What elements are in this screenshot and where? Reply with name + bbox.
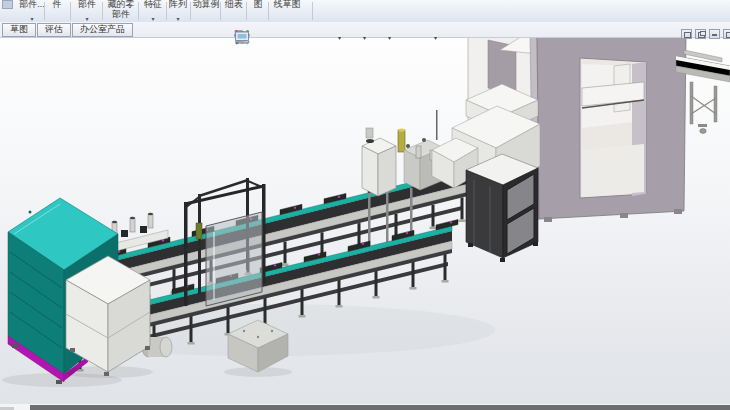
ribbon-separator — [102, 2, 103, 20]
ribbon-button-pattern-components[interactable]: 阵列 ▾ — [168, 0, 188, 22]
ribbon-separator — [312, 2, 313, 20]
view-orientation-icon[interactable] — [318, 29, 336, 47]
ribbon-separator — [166, 2, 167, 20]
display-style-icon[interactable] — [343, 29, 361, 47]
olive-cylinder — [196, 223, 202, 239]
ribbon-button-show-hidden-components[interactable]: 藏的零部件 — [104, 0, 138, 22]
toolbar-overflow-icon[interactable] — [681, 29, 692, 39]
yellow-cylinder — [398, 130, 405, 152]
heads-up-view-toolbar: ▾ ▾ ▾ ▾ — [234, 29, 457, 47]
ribbon-separator — [70, 2, 71, 20]
ribbon-toolbar: 部件... ▾ 件 部件 ▾ 藏的零部件 特征 ▾ 阵列 ▾ 动算例 细表 图 … — [0, 0, 730, 23]
ribbon-button-bill-of-materials[interactable]: 细表 — [222, 0, 246, 22]
view-settings-icon[interactable] — [439, 29, 457, 47]
ribbon-button-exploded-view[interactable]: 图 — [248, 0, 268, 22]
minimize-icon[interactable] — [709, 29, 720, 39]
ribbon-button-component-preview[interactable]: 部件 ▾ — [72, 0, 102, 22]
tab-evaluate[interactable]: 评估 — [37, 23, 71, 37]
edit-appearance-icon[interactable] — [393, 29, 411, 47]
close-icon[interactable] — [723, 29, 730, 39]
assembly-model-3d-view — [0, 38, 730, 404]
statusbar-dark-strip — [30, 405, 730, 410]
ribbon-separator — [138, 2, 139, 20]
ribbon-button-mate[interactable]: 件 — [46, 0, 68, 22]
section-view-icon[interactable] — [297, 29, 315, 47]
restore-icon[interactable] — [695, 29, 706, 39]
ribbon-button-assembly-features[interactable]: 特征 ▾ — [140, 0, 166, 22]
ribbon-button-motion-study[interactable]: 动算例 — [192, 0, 220, 22]
apply-scene-icon[interactable] — [414, 29, 432, 47]
dropdown-caret-icon[interactable]: ▾ — [338, 29, 341, 47]
ribbon-button-explode-line-sketch[interactable]: 线草图 — [270, 0, 304, 22]
status-bar-edge — [0, 404, 730, 410]
document-window-controls — [681, 29, 730, 39]
tab-office-products[interactable]: 办公室产品 — [72, 23, 133, 37]
ribbon-separator — [44, 2, 45, 20]
graphics-viewport[interactable]: ▾ ▾ ▾ ▾ — [0, 38, 730, 404]
dropdown-caret-icon[interactable]: ▾ — [363, 29, 366, 47]
dropdown-caret-icon[interactable]: ▾ — [388, 29, 391, 47]
ribbon-separator — [246, 2, 247, 20]
ribbon-separator — [190, 2, 191, 20]
previous-view-icon[interactable] — [276, 29, 294, 47]
hide-show-items-icon[interactable] — [368, 29, 386, 47]
dropdown-caret-icon[interactable]: ▾ — [434, 29, 437, 47]
ribbon-separator — [220, 2, 221, 20]
zoom-to-area-icon[interactable] — [255, 29, 273, 47]
ribbon-separator — [268, 2, 269, 20]
dark-control-cabinet — [466, 154, 538, 262]
tab-sketch[interactable]: 草图 — [2, 23, 36, 37]
